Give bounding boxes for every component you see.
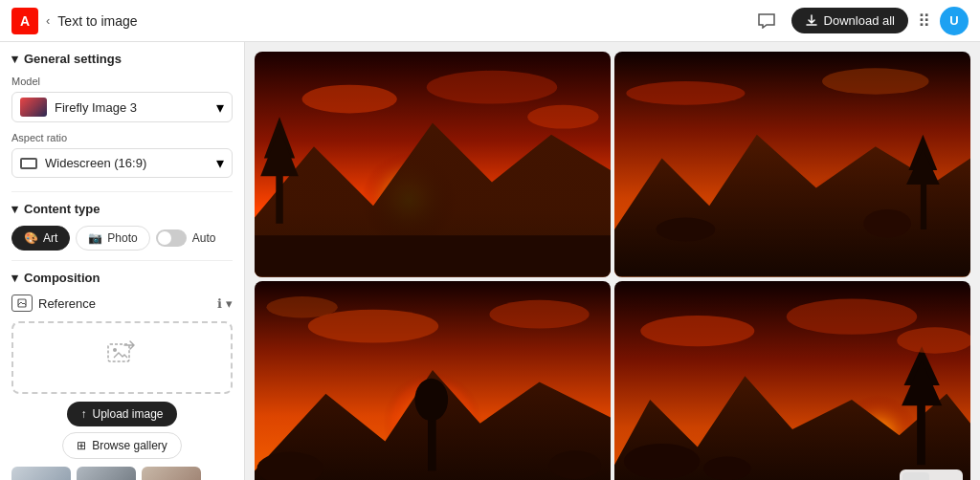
chevron-down-icon-3: ▾	[11, 271, 18, 285]
back-button[interactable]: ‹	[46, 13, 50, 28]
svg-point-2	[113, 348, 117, 352]
content-type-header[interactable]: ▾ Content type	[11, 202, 233, 216]
widescreen-icon	[20, 158, 37, 169]
auto-toggle-container: Auto	[156, 226, 216, 251]
svg-point-11	[527, 105, 598, 129]
upload-image-button[interactable]: ↑ Upload image	[67, 402, 176, 426]
gallery-thumbs	[11, 467, 233, 480]
aspect-ratio-selector[interactable]: Widescreen (16:9) ▾	[11, 148, 233, 178]
svg-point-32	[266, 296, 337, 317]
sidebar: ▾ General settings Model Firefly Image 3…	[0, 42, 245, 480]
aspect-name: Widescreen (16:9)	[45, 156, 146, 170]
page-title: Text to image	[57, 13, 137, 29]
gallery-thumb-3[interactable]	[142, 467, 201, 480]
model-selector-left: Firefly Image 3	[20, 98, 137, 117]
reference-chevron-icon[interactable]: ▾	[226, 296, 233, 311]
svg-rect-12	[255, 235, 611, 276]
model-name: Firefly Image 3	[55, 100, 137, 115]
auto-label: Auto	[192, 231, 216, 245]
svg-point-31	[490, 299, 590, 328]
svg-point-29	[549, 450, 602, 479]
apps-grid-icon[interactable]: ⠿	[918, 11, 930, 32]
svg-point-9	[302, 85, 397, 114]
svg-point-10	[427, 71, 557, 104]
content-type-buttons: 🎨 Art 📷 Photo Auto	[11, 226, 233, 251]
back-chevron-icon: ‹	[46, 13, 50, 28]
aspect-chevron-icon: ▾	[216, 154, 224, 172]
adobe-logo: A	[11, 8, 38, 34]
reference-right: ℹ ▾	[217, 296, 233, 311]
avatar[interactable]: U	[940, 7, 969, 35]
topbar: A ‹ Text to image Download all ⠿ U	[0, 0, 980, 42]
auto-toggle[interactable]	[156, 229, 187, 247]
image-cell-2[interactable]	[614, 52, 970, 277]
svg-point-40	[703, 456, 751, 480]
svg-point-22	[822, 68, 929, 94]
main-layout: ▾ General settings Model Firefly Image 3…	[0, 42, 980, 480]
download-icon	[805, 14, 818, 28]
model-thumbnail	[20, 98, 47, 117]
general-settings-header[interactable]: ▾ General settings	[11, 52, 233, 66]
comment-icon	[758, 13, 775, 29]
upload-area	[11, 321, 233, 394]
reference-row: Reference ℹ ▾	[11, 295, 233, 312]
art-button[interactable]: 🎨 Art	[11, 226, 70, 251]
download-all-button[interactable]: Download all	[791, 8, 908, 33]
browse-gallery-button[interactable]: ⊞ Browse gallery	[62, 432, 182, 459]
content-type-section: ▾ Content type 🎨 Art 📷 Photo Auto	[11, 202, 233, 251]
upload-btn-icon: ↑	[80, 407, 86, 421]
reference-comp-icon	[11, 295, 33, 312]
art-icon: 🎨	[24, 231, 38, 245]
upload-placeholder-icon	[23, 338, 221, 371]
svg-point-43	[897, 327, 970, 353]
composition-section: ▾ Composition Reference ℹ ▾	[11, 271, 233, 480]
reference-left: Reference	[11, 295, 96, 312]
model-chevron-icon: ▾	[216, 98, 224, 117]
svg-point-20	[656, 218, 715, 242]
model-selector[interactable]: Firefly Image 3 ▾	[11, 92, 233, 122]
view-controls: ⊞ ▭	[900, 469, 963, 480]
image-cell-1[interactable]	[255, 52, 611, 277]
image-cell-3[interactable]	[255, 281, 611, 480]
divider-2	[11, 260, 233, 261]
topbar-left: A ‹ Text to image	[11, 8, 138, 34]
svg-point-27	[414, 378, 448, 421]
browse-icon: ⊞	[77, 439, 86, 452]
image-area: ⊞ ▭ Prompt Golden sunset over a mountain…	[245, 42, 980, 480]
chevron-down-icon: ▾	[11, 52, 18, 66]
gallery-thumb-2[interactable]	[77, 467, 136, 480]
svg-point-19	[863, 209, 911, 238]
aspect-selector-left: Widescreen (16:9)	[20, 156, 146, 170]
gallery-thumb-1[interactable]	[11, 467, 71, 480]
photo-button[interactable]: 📷 Photo	[76, 226, 149, 251]
svg-point-41	[640, 316, 754, 346]
image-grid: ⊞ ▭	[245, 42, 980, 480]
svg-point-39	[624, 443, 700, 478]
model-label: Model	[11, 76, 233, 87]
image-cell-4[interactable]	[614, 281, 970, 480]
grid-view-button[interactable]: ⊞	[902, 472, 929, 480]
chevron-down-icon-2: ▾	[11, 202, 18, 216]
composition-header[interactable]: ▾ Composition	[11, 271, 233, 285]
divider-1	[11, 191, 233, 192]
svg-point-42	[787, 298, 917, 334]
info-icon[interactable]: ℹ	[217, 296, 222, 311]
single-view-button[interactable]: ▭	[933, 472, 960, 480]
photo-icon: 📷	[88, 231, 102, 245]
svg-point-21	[626, 81, 745, 105]
aspect-ratio-label: Aspect ratio	[11, 132, 233, 143]
topbar-right: Download all ⠿ U	[751, 6, 969, 36]
comment-icon-button[interactable]	[751, 6, 782, 36]
